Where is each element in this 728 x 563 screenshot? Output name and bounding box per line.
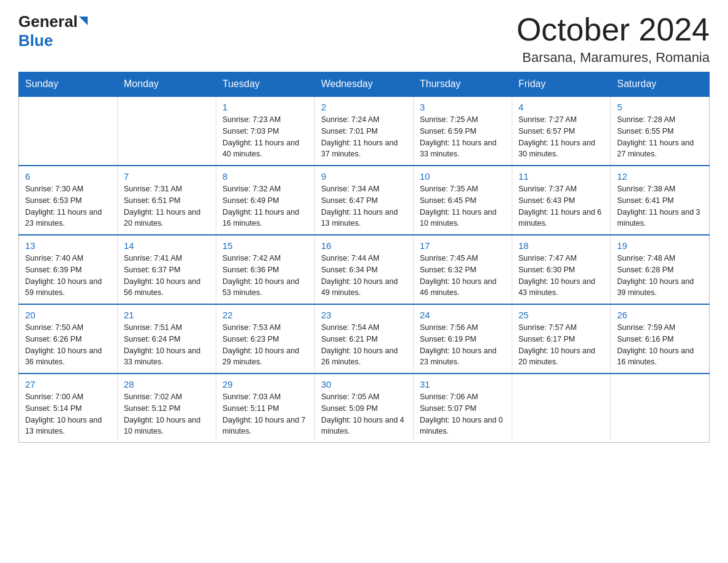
weekday-header-saturday: Saturday — [611, 72, 710, 97]
day-number: 30 — [321, 379, 407, 389]
day-info: Sunrise: 7:47 AM Sunset: 6:30 PM Dayligh… — [518, 253, 604, 299]
calendar-cell: 12Sunrise: 7:38 AM Sunset: 6:41 PM Dayli… — [611, 166, 710, 235]
day-number: 28 — [124, 379, 210, 389]
day-number: 15 — [222, 240, 308, 251]
day-info: Sunrise: 7:44 AM Sunset: 6:34 PM Dayligh… — [321, 253, 407, 299]
day-info: Sunrise: 7:51 AM Sunset: 6:24 PM Dayligh… — [124, 322, 210, 368]
day-info: Sunrise: 7:25 AM Sunset: 6:59 PM Dayligh… — [420, 114, 506, 160]
day-info: Sunrise: 7:45 AM Sunset: 6:32 PM Dayligh… — [420, 253, 506, 299]
day-info: Sunrise: 7:05 AM Sunset: 5:09 PM Dayligh… — [321, 391, 407, 437]
calendar-cell: 23Sunrise: 7:54 AM Sunset: 6:21 PM Dayli… — [315, 304, 414, 373]
weekday-header-row: SundayMondayTuesdayWednesdayThursdayFrid… — [19, 72, 710, 97]
day-number: 1 — [222, 102, 308, 112]
calendar-table: SundayMondayTuesdayWednesdayThursdayFrid… — [18, 72, 710, 443]
day-info: Sunrise: 7:59 AM Sunset: 6:16 PM Dayligh… — [617, 322, 703, 368]
calendar-cell: 24Sunrise: 7:56 AM Sunset: 6:19 PM Dayli… — [414, 304, 512, 373]
calendar-cell: 29Sunrise: 7:03 AM Sunset: 5:11 PM Dayli… — [216, 373, 315, 443]
calendar-cell: 9Sunrise: 7:34 AM Sunset: 6:47 PM Daylig… — [315, 166, 414, 235]
calendar-week-row: 27Sunrise: 7:00 AM Sunset: 5:14 PM Dayli… — [19, 373, 710, 443]
calendar-cell: 26Sunrise: 7:59 AM Sunset: 6:16 PM Dayli… — [611, 304, 710, 373]
logo-general-text: General — [18, 12, 78, 31]
weekday-header-tuesday: Tuesday — [216, 72, 315, 97]
day-number: 4 — [518, 102, 604, 112]
calendar-week-row: 13Sunrise: 7:40 AM Sunset: 6:39 PM Dayli… — [19, 235, 710, 304]
day-info: Sunrise: 7:41 AM Sunset: 6:37 PM Dayligh… — [124, 253, 210, 299]
calendar-cell — [611, 373, 710, 443]
calendar-cell: 30Sunrise: 7:05 AM Sunset: 5:09 PM Dayli… — [315, 373, 414, 443]
calendar-cell: 10Sunrise: 7:35 AM Sunset: 6:45 PM Dayli… — [414, 166, 512, 235]
logo: General Blue — [18, 12, 88, 50]
day-info: Sunrise: 7:56 AM Sunset: 6:19 PM Dayligh… — [420, 322, 506, 368]
calendar-week-row: 20Sunrise: 7:50 AM Sunset: 6:26 PM Dayli… — [19, 304, 710, 373]
calendar-cell — [19, 96, 118, 166]
calendar-header: SundayMondayTuesdayWednesdayThursdayFrid… — [19, 72, 710, 97]
day-info: Sunrise: 7:54 AM Sunset: 6:21 PM Dayligh… — [321, 322, 407, 368]
logo-arrow-icon — [79, 17, 88, 25]
calendar-cell: 7Sunrise: 7:31 AM Sunset: 6:51 PM Daylig… — [118, 166, 216, 235]
day-number: 16 — [321, 240, 407, 251]
calendar-cell: 5Sunrise: 7:28 AM Sunset: 6:55 PM Daylig… — [611, 96, 710, 166]
calendar-cell: 6Sunrise: 7:30 AM Sunset: 6:53 PM Daylig… — [19, 166, 118, 235]
day-info: Sunrise: 7:40 AM Sunset: 6:39 PM Dayligh… — [25, 253, 111, 299]
day-number: 31 — [420, 379, 506, 389]
page-subtitle: Barsana, Maramures, Romania — [517, 50, 710, 66]
page-header: General Blue October 2024 Barsana, Maram… — [18, 12, 710, 66]
calendar-cell: 17Sunrise: 7:45 AM Sunset: 6:32 PM Dayli… — [414, 235, 512, 304]
day-number: 8 — [222, 171, 308, 182]
day-number: 7 — [124, 171, 210, 182]
day-number: 11 — [518, 171, 604, 182]
calendar-cell: 11Sunrise: 7:37 AM Sunset: 6:43 PM Dayli… — [512, 166, 611, 235]
day-number: 12 — [617, 171, 703, 182]
day-number: 3 — [420, 102, 506, 112]
weekday-header-thursday: Thursday — [414, 72, 512, 97]
day-info: Sunrise: 7:57 AM Sunset: 6:17 PM Dayligh… — [518, 322, 604, 368]
day-number: 19 — [617, 240, 703, 251]
day-number: 22 — [222, 310, 308, 320]
calendar-cell: 22Sunrise: 7:53 AM Sunset: 6:23 PM Dayli… — [216, 304, 315, 373]
day-number: 27 — [25, 379, 111, 389]
day-info: Sunrise: 7:28 AM Sunset: 6:55 PM Dayligh… — [617, 114, 703, 160]
weekday-header-wednesday: Wednesday — [315, 72, 414, 97]
day-number: 18 — [518, 240, 604, 251]
weekday-header-monday: Monday — [118, 72, 216, 97]
day-info: Sunrise: 7:06 AM Sunset: 5:07 PM Dayligh… — [420, 391, 506, 437]
day-number: 23 — [321, 310, 407, 320]
calendar-cell: 13Sunrise: 7:40 AM Sunset: 6:39 PM Dayli… — [19, 235, 118, 304]
calendar-cell: 31Sunrise: 7:06 AM Sunset: 5:07 PM Dayli… — [414, 373, 512, 443]
day-info: Sunrise: 7:53 AM Sunset: 6:23 PM Dayligh… — [222, 322, 308, 368]
calendar-cell: 19Sunrise: 7:48 AM Sunset: 6:28 PM Dayli… — [611, 235, 710, 304]
calendar-cell: 27Sunrise: 7:00 AM Sunset: 5:14 PM Dayli… — [19, 373, 118, 443]
day-number: 13 — [25, 240, 111, 251]
day-number: 5 — [617, 102, 703, 112]
calendar-week-row: 1Sunrise: 7:23 AM Sunset: 7:03 PM Daylig… — [19, 96, 710, 166]
calendar-cell: 8Sunrise: 7:32 AM Sunset: 6:49 PM Daylig… — [216, 166, 315, 235]
day-number: 25 — [518, 310, 604, 320]
calendar-cell: 25Sunrise: 7:57 AM Sunset: 6:17 PM Dayli… — [512, 304, 611, 373]
day-number: 20 — [25, 310, 111, 320]
title-block: October 2024 Barsana, Maramures, Romania — [517, 12, 710, 66]
day-number: 6 — [25, 171, 111, 182]
calendar-cell — [118, 96, 216, 166]
day-info: Sunrise: 7:03 AM Sunset: 5:11 PM Dayligh… — [222, 391, 308, 437]
calendar-cell: 1Sunrise: 7:23 AM Sunset: 7:03 PM Daylig… — [216, 96, 315, 166]
day-info: Sunrise: 7:38 AM Sunset: 6:41 PM Dayligh… — [617, 183, 703, 229]
day-info: Sunrise: 7:30 AM Sunset: 6:53 PM Dayligh… — [25, 183, 111, 229]
day-info: Sunrise: 7:37 AM Sunset: 6:43 PM Dayligh… — [518, 183, 604, 229]
day-info: Sunrise: 7:27 AM Sunset: 6:57 PM Dayligh… — [518, 114, 604, 160]
day-info: Sunrise: 7:31 AM Sunset: 6:51 PM Dayligh… — [124, 183, 210, 229]
calendar-cell: 4Sunrise: 7:27 AM Sunset: 6:57 PM Daylig… — [512, 96, 611, 166]
day-info: Sunrise: 7:02 AM Sunset: 5:12 PM Dayligh… — [124, 391, 210, 437]
day-number: 29 — [222, 379, 308, 389]
calendar-cell: 2Sunrise: 7:24 AM Sunset: 7:01 PM Daylig… — [315, 96, 414, 166]
day-number: 21 — [124, 310, 210, 320]
day-number: 10 — [420, 171, 506, 182]
calendar-body: 1Sunrise: 7:23 AM Sunset: 7:03 PM Daylig… — [19, 96, 710, 443]
calendar-week-row: 6Sunrise: 7:30 AM Sunset: 6:53 PM Daylig… — [19, 166, 710, 235]
calendar-cell: 28Sunrise: 7:02 AM Sunset: 5:12 PM Dayli… — [118, 373, 216, 443]
day-info: Sunrise: 7:23 AM Sunset: 7:03 PM Dayligh… — [222, 114, 308, 160]
calendar-cell: 21Sunrise: 7:51 AM Sunset: 6:24 PM Dayli… — [118, 304, 216, 373]
calendar-cell: 20Sunrise: 7:50 AM Sunset: 6:26 PM Dayli… — [19, 304, 118, 373]
calendar-cell: 15Sunrise: 7:42 AM Sunset: 6:36 PM Dayli… — [216, 235, 315, 304]
calendar-cell — [512, 373, 611, 443]
calendar-cell: 14Sunrise: 7:41 AM Sunset: 6:37 PM Dayli… — [118, 235, 216, 304]
